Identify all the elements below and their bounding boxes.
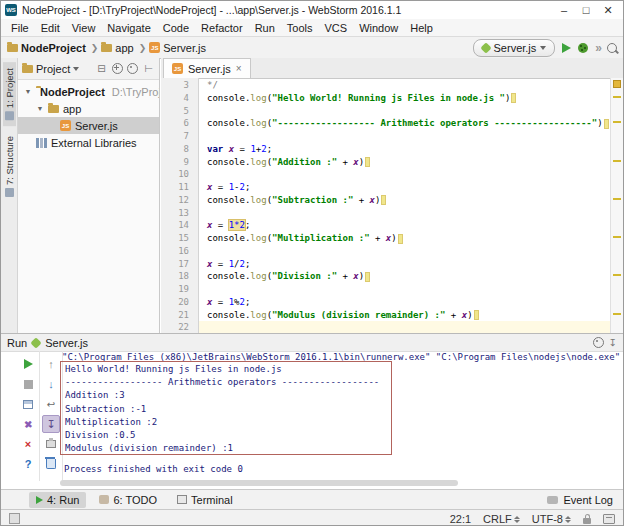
menu-refactor[interactable]: Refactor xyxy=(195,22,249,34)
restore-layout-button[interactable] xyxy=(19,395,37,413)
code-editor[interactable]: 345678910111213141516171819202122 */cons… xyxy=(161,78,623,333)
code-line-8[interactable]: var x = 1+2; xyxy=(199,143,611,156)
line-ending-select[interactable]: CRLF xyxy=(483,513,520,525)
code-line-10[interactable] xyxy=(199,168,611,181)
gutter-line-number[interactable]: 21 xyxy=(178,309,189,322)
project-view-select[interactable]: Project xyxy=(22,63,79,75)
code-line-14[interactable]: x = 1*2; xyxy=(199,219,611,232)
tool-window-tab-4-run[interactable]: 4: Run xyxy=(29,492,86,508)
locate-file-button[interactable] xyxy=(112,63,123,74)
gutter-line-number[interactable]: 13 xyxy=(178,207,189,220)
code-line-20[interactable]: x = 1%2; xyxy=(199,296,611,309)
warning-stripe-mark[interactable] xyxy=(613,274,621,276)
code-line-7[interactable] xyxy=(199,130,611,143)
tool-stripe-1-project[interactable]: 1: Project xyxy=(3,62,16,126)
code-line-12[interactable]: console.log("Subtraction :" + x) xyxy=(199,194,611,207)
dock-panel-button[interactable]: ↧ xyxy=(609,337,617,348)
close-button[interactable]: ✕ xyxy=(597,4,619,17)
up-stack-trace-button[interactable]: ↑ xyxy=(42,355,60,373)
minimize-button[interactable]: – xyxy=(553,4,575,16)
code-line-22[interactable] xyxy=(199,321,611,333)
breadcrumb-item-nodeproject[interactable]: NodeProject xyxy=(7,42,86,54)
ide-status-icon[interactable] xyxy=(603,514,615,524)
code-line-11[interactable]: x = 1-2; xyxy=(199,181,611,194)
soft-wrap-button[interactable]: ↩ xyxy=(42,395,60,413)
code-line-15[interactable]: console.log("Multiplication :" + x) xyxy=(199,232,611,245)
code-line-21[interactable]: console.log("Modulus (division remainder… xyxy=(199,309,611,322)
menu-edit[interactable]: Edit xyxy=(35,22,66,34)
tree-item-app[interactable]: ▼app xyxy=(18,100,159,117)
menu-view[interactable]: View xyxy=(66,22,102,34)
console-output[interactable]: "C:\Program Files (x86)\JetBrains\WebSto… xyxy=(60,352,621,477)
warning-stripe-mark[interactable] xyxy=(613,313,621,315)
menu-window[interactable]: Window xyxy=(353,22,404,34)
code-line-13[interactable] xyxy=(199,207,611,220)
warning-stripe-mark[interactable] xyxy=(613,198,621,200)
gutter-line-number[interactable]: 6 xyxy=(184,117,189,130)
code-line-19[interactable] xyxy=(199,283,611,296)
gutter-line-number[interactable]: 7 xyxy=(184,130,189,143)
warning-stripe-mark[interactable] xyxy=(613,160,621,162)
gutter-line-number[interactable]: 5 xyxy=(184,105,189,118)
tab-close-icon[interactable]: × xyxy=(236,63,242,74)
breadcrumb-item-server.js[interactable]: JSServer.js xyxy=(149,42,206,54)
gutter-line-number[interactable]: 11 xyxy=(178,181,189,194)
maximize-button[interactable]: □ xyxy=(575,4,597,16)
search-everywhere-button[interactable] xyxy=(607,43,617,53)
menu-navigate[interactable]: Navigate xyxy=(101,22,156,34)
stop-button[interactable] xyxy=(19,375,37,393)
code-line-18[interactable]: console.log("Division :" + x) xyxy=(199,270,611,283)
breadcrumb-item-app[interactable]: app xyxy=(101,42,133,54)
tree-item-server-js[interactable]: JSServer.js xyxy=(18,117,159,134)
warning-stripe-mark[interactable] xyxy=(613,96,621,98)
tree-item-nodeproject[interactable]: ▼NodeProjectD:\TryProject xyxy=(18,83,159,100)
gutter-line-number[interactable]: 8 xyxy=(184,143,189,156)
tool-stripe-7-structure[interactable]: 7: Structure xyxy=(3,130,16,203)
event-log-button[interactable]: Event Log xyxy=(547,494,623,506)
gutter-line-number[interactable]: 17 xyxy=(178,258,189,271)
gutter-line-number[interactable]: 15 xyxy=(178,232,189,245)
debug-button[interactable] xyxy=(578,43,588,53)
menu-help[interactable]: Help xyxy=(404,22,439,34)
close-button[interactable]: × xyxy=(19,435,37,453)
gutter-line-number[interactable]: 12 xyxy=(178,194,189,207)
menu-file[interactable]: File xyxy=(5,22,35,34)
settings-gear-icon[interactable] xyxy=(127,63,138,74)
code-line-17[interactable]: x = 1/2; xyxy=(199,258,611,271)
clear-all-button[interactable] xyxy=(42,455,60,473)
scroll-to-end-button[interactable]: ↧ xyxy=(42,415,60,433)
print-button[interactable] xyxy=(42,435,60,453)
menu-code[interactable]: Code xyxy=(157,22,195,34)
code-line-5[interactable] xyxy=(199,105,611,118)
warning-stripe-mark[interactable] xyxy=(613,236,621,238)
code-line-6[interactable]: console.log("------------------ Arithmet… xyxy=(199,117,611,130)
tool-window-tab-terminal[interactable]: Terminal xyxy=(170,492,240,508)
encoding-select[interactable]: UTF-8 xyxy=(532,513,571,525)
down-stack-trace-button[interactable]: ↓ xyxy=(42,375,60,393)
tree-expand-arrow[interactable]: ▼ xyxy=(36,105,44,112)
code-line-4[interactable]: console.log("Hello World! Running js Fil… xyxy=(199,92,611,105)
gutter-line-number[interactable]: 4 xyxy=(184,92,189,105)
menu-run[interactable]: Run xyxy=(249,22,281,34)
run-button[interactable] xyxy=(562,43,571,53)
hide-panel-button[interactable]: ⊢ xyxy=(142,63,155,74)
highlighting-level-icon[interactable] xyxy=(9,513,20,524)
console-settings-gear-icon[interactable] xyxy=(593,337,604,348)
rerun-button[interactable] xyxy=(19,355,37,373)
run-configuration-select[interactable]: Server.js xyxy=(473,39,556,57)
lock-icon[interactable] xyxy=(583,518,591,524)
gutter-line-number[interactable]: 16 xyxy=(178,245,189,258)
code-line-3[interactable]: */ xyxy=(199,79,611,92)
gutter-line-number[interactable]: 10 xyxy=(178,168,189,181)
help-button[interactable]: ? xyxy=(19,455,37,473)
code-line-16[interactable] xyxy=(199,245,611,258)
warning-stripe-mark[interactable] xyxy=(613,121,621,123)
coverage-button[interactable]: » xyxy=(595,41,600,55)
caret-position[interactable]: 22:1 xyxy=(450,513,471,525)
horizontal-scrollbar[interactable] xyxy=(60,480,458,486)
tree-item-external-libraries[interactable]: External Libraries xyxy=(18,134,159,151)
gutter-line-number[interactable]: 18 xyxy=(178,270,189,283)
editor-tab-serverjs[interactable]: JS Server.js × xyxy=(163,58,251,78)
tool-window-tab-6-todo[interactable]: 6: TODO xyxy=(92,492,164,508)
gutter-line-number[interactable]: 9 xyxy=(184,156,189,169)
